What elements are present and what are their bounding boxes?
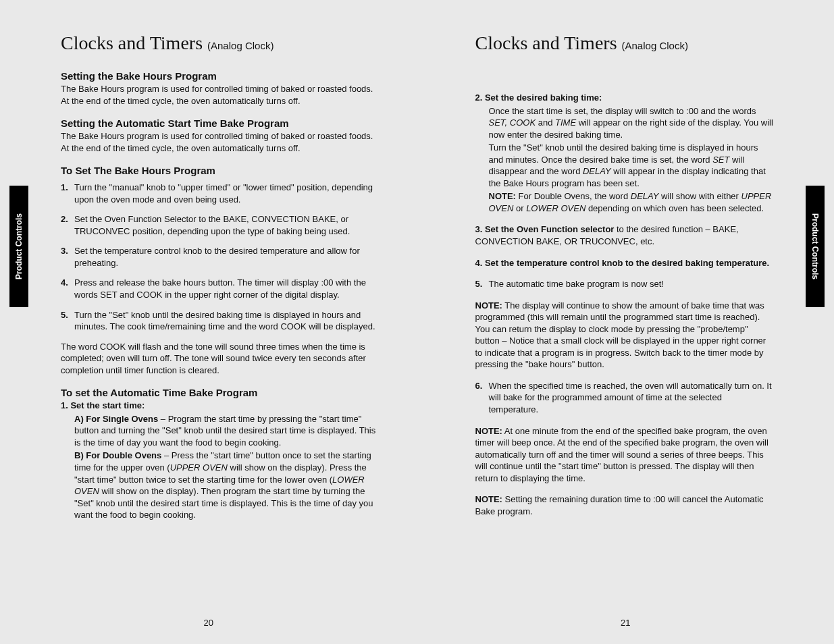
heading-auto-start: Setting the Automatic Start Time Bake Pr… [61,117,380,129]
note-3: NOTE: Setting the remaining duration tim… [475,493,774,517]
step-1b: B) For Double Ovens – Press the "start t… [61,450,380,520]
step-3: 3. Set the Oven Function selector to the… [475,223,774,247]
page-number: 20 [0,618,417,628]
list-item: 1.Turn the "manual" knob to "upper timed… [61,182,380,205]
heading-auto-time-bake: To set the Automatic Time Bake Program [61,387,380,398]
list-item: 4.Press and release the bake hours butto… [61,277,380,300]
page-title-right: Clocks and Timers (Analog Clock) [475,32,774,54]
page-20: Product Controls Clocks and Timers (Anal… [0,0,417,644]
step-4: 4. Set the temperature control knob to t… [475,257,774,269]
section-tab-left: Product Controls [9,186,28,307]
step-6: 6.When the specified time is reached, th… [475,380,774,416]
list-item: 3.Set the temperature control knob to th… [61,245,380,269]
para: The Bake Hours program is used for contr… [61,130,380,154]
title-sub: (Analog Clock) [622,40,688,51]
step-2-body2: Turn the "Set" knob until the desired ba… [475,142,774,189]
step-1-lead: 1. Set the start time: [61,400,380,412]
note-2: NOTE: At one minute from the end of the … [475,425,774,485]
page-21: Product Controls Clocks and Timers (Anal… [417,0,835,644]
section-tab-right: Product Controls [806,186,825,307]
title-sub: (Analog Clock) [207,40,273,51]
page-title-left: Clocks and Timers (Analog Clock) [61,32,380,54]
steps-list: 1.Turn the "manual" knob to "upper timed… [61,182,380,332]
list-item: 5.Turn the "Set" knob until the desired … [61,309,380,333]
para: The word COOK will flash and the tone wi… [61,341,380,377]
step-5: 5.The automatic time bake program is now… [475,278,774,290]
heading-to-set-bake: To Set The Bake Hours Program [61,165,380,176]
note-1: NOTE: The display will continue to show … [475,300,774,371]
title-main: Clocks and Timers [61,32,203,53]
page-number: 21 [417,618,835,628]
step-2-body: Once the start time is set, the display … [475,105,774,141]
step-1a: A) For Single Ovens – Program the start … [61,413,380,449]
title-main: Clocks and Timers [475,32,617,53]
list-item: 2.Set the Oven Function Selector to the … [61,213,380,237]
step-2-lead: 2. Set the desired baking time: [475,92,774,104]
step-2-note: NOTE: For Double Ovens, the word DELAY w… [475,190,774,214]
para: The Bake Hours program is used for contr… [61,83,380,107]
heading-bake-hours: Setting the Bake Hours Program [61,70,380,82]
